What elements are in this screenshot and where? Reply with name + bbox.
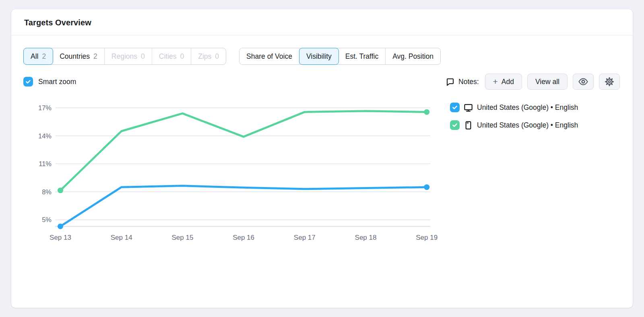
page-title: Targets Overview bbox=[24, 18, 620, 27]
note-bubble-icon bbox=[445, 77, 455, 86]
tab-count: 2 bbox=[93, 52, 97, 61]
metric-tab-group: Share of VoiceVisibilityEst. TrafficAvg.… bbox=[239, 48, 441, 65]
tab-label: Share of Voice bbox=[246, 52, 292, 61]
chart-legend: United States (Google) • EnglishUnited S… bbox=[450, 101, 619, 137]
card-header: Targets Overview bbox=[11, 9, 633, 35]
tab-label: Zips bbox=[198, 52, 211, 61]
notes-label: Notes: bbox=[458, 78, 479, 86]
metric-tab-est-traffic[interactable]: Est. Traffic bbox=[339, 48, 386, 64]
x-axis-label: Sep 17 bbox=[294, 234, 316, 241]
checkmark-icon bbox=[452, 122, 458, 128]
gear-icon bbox=[604, 76, 615, 87]
x-axis-label: Sep 15 bbox=[171, 234, 193, 241]
mobile-icon bbox=[463, 120, 473, 130]
chart-settings-button[interactable] bbox=[599, 74, 620, 90]
tab-count: 0 bbox=[215, 52, 219, 61]
notes-label-wrap: Notes: bbox=[445, 77, 479, 86]
tab-label: Regions bbox=[111, 52, 137, 61]
series-endpoint-dot[interactable] bbox=[58, 187, 63, 193]
legend-checkbox-mobile[interactable] bbox=[450, 120, 460, 130]
tab-count: 2 bbox=[42, 52, 46, 61]
metric-tab-share-of-voice[interactable]: Share of Voice bbox=[239, 48, 299, 64]
legend-checkbox-desktop[interactable] bbox=[450, 103, 460, 112]
smart-zoom-toggle[interactable]: Smart zoom bbox=[23, 77, 76, 86]
geo-tab-group: All2Countries2Regions0Cities0Zips0 bbox=[23, 48, 226, 65]
x-axis-label: Sep 19 bbox=[416, 234, 438, 241]
y-axis-tick-label: 5% bbox=[42, 216, 52, 223]
smart-zoom-label: Smart zoom bbox=[38, 78, 76, 86]
tab-label: Avg. Position bbox=[392, 52, 433, 61]
y-axis-tick-label: 14% bbox=[38, 132, 52, 140]
add-note-label: Add bbox=[502, 78, 514, 86]
legend-label: United States (Google) • English bbox=[477, 101, 590, 113]
geo-tab-regions: Regions0 bbox=[105, 48, 152, 64]
visibility-toggle-button[interactable] bbox=[573, 74, 594, 90]
x-axis-label: Sep 16 bbox=[233, 234, 254, 241]
tab-count: 0 bbox=[141, 52, 145, 61]
y-axis-tick-label: 17% bbox=[38, 104, 52, 111]
tab-label: Est. Traffic bbox=[345, 52, 378, 61]
view-all-notes-button[interactable]: View all bbox=[527, 74, 568, 90]
series-line-united-states-google-english-mobile[interactable] bbox=[60, 111, 427, 190]
targets-overview-card: Targets Overview All2Countries2Regions0C… bbox=[11, 9, 633, 308]
x-axis-label: Sep 18 bbox=[355, 234, 377, 241]
notes-cluster: Notes: + Add View all bbox=[445, 74, 620, 90]
toolbar-row: Smart zoom Notes: + Add View all bbox=[23, 73, 620, 90]
tab-count: 0 bbox=[180, 52, 184, 61]
geo-tab-all[interactable]: All2 bbox=[23, 48, 53, 65]
metric-tab-visibility[interactable]: Visibility bbox=[299, 48, 339, 65]
x-axis-label: Sep 13 bbox=[50, 234, 71, 241]
series-endpoint-dot[interactable] bbox=[424, 184, 429, 190]
checkmark-icon bbox=[452, 104, 458, 111]
view-all-label: View all bbox=[535, 78, 559, 86]
geo-tab-countries[interactable]: Countries2 bbox=[53, 48, 105, 64]
chart-region: 17%14%11%8%5%Sep 13Sep 14Sep 15Sep 16Sep… bbox=[23, 100, 633, 257]
visibility-chart[interactable]: 17%14%11%8%5%Sep 13Sep 14Sep 15Sep 16Sep… bbox=[23, 100, 442, 247]
legend-label: United States (Google) • English bbox=[477, 119, 590, 131]
checkmark-icon bbox=[25, 78, 31, 85]
x-axis-label: Sep 14 bbox=[111, 234, 132, 241]
plus-icon: + bbox=[493, 77, 498, 86]
desktop-icon bbox=[463, 103, 473, 113]
y-axis-tick-label: 11% bbox=[39, 160, 52, 167]
controls-row: All2Countries2Regions0Cities0Zips0 Share… bbox=[23, 48, 621, 65]
geo-tab-zips: Zips0 bbox=[191, 48, 226, 64]
series-endpoint-dot[interactable] bbox=[58, 224, 63, 229]
y-axis-tick-label: 8% bbox=[42, 188, 52, 196]
eye-icon bbox=[578, 76, 588, 87]
tab-label: Countries bbox=[60, 52, 90, 61]
series-endpoint-dot[interactable] bbox=[424, 109, 429, 115]
metric-tab-avg-position[interactable]: Avg. Position bbox=[386, 48, 440, 64]
tab-label: Visibility bbox=[306, 52, 332, 61]
geo-tab-cities: Cities0 bbox=[152, 48, 192, 64]
tab-label: All bbox=[31, 52, 38, 61]
tab-label: Cities bbox=[159, 52, 177, 61]
legend-item-mobile[interactable]: United States (Google) • English bbox=[450, 119, 619, 131]
smart-zoom-checkbox[interactable] bbox=[23, 77, 33, 86]
legend-item-desktop[interactable]: United States (Google) • English bbox=[450, 101, 619, 113]
add-note-button[interactable]: + Add bbox=[485, 74, 522, 90]
